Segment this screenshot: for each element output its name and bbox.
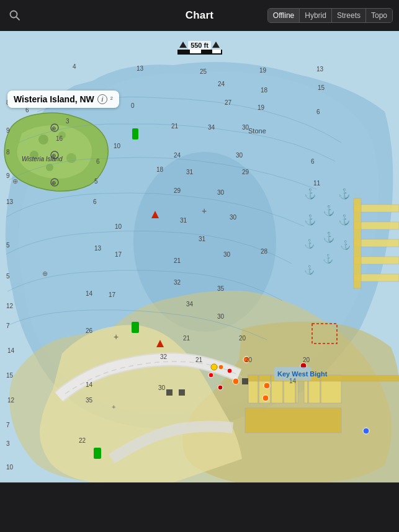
info-icon[interactable]: i [97,94,107,104]
svg-rect-61 [166,389,173,396]
svg-rect-24 [320,375,321,403]
svg-point-48 [243,357,249,363]
svg-point-57 [211,364,217,370]
svg-point-58 [363,428,369,434]
page-title: Chart [186,9,213,22]
search-button[interactable] [9,9,21,22]
svg-rect-17 [245,408,341,433]
svg-point-51 [208,373,213,378]
app-header: Chart OfflineHybridStreetsTopo [0,0,399,31]
svg-rect-20 [270,375,272,403]
map-type-btn-topo[interactable]: Topo [366,9,392,22]
scale-distance: 550 ft [188,41,211,50]
svg-point-5 [58,131,66,139]
svg-point-50 [218,365,223,370]
svg-text:⚓: ⚓ [304,265,315,275]
svg-line-1 [17,17,20,20]
bottom-toolbar [0,482,399,532]
svg-text:Stone: Stone [248,127,266,135]
svg-rect-14 [354,198,361,288]
svg-text:+: + [114,332,119,342]
map-type-btn-streets[interactable]: Streets [332,9,366,22]
scale-bar: 550 ft [177,41,222,55]
svg-text:14: 14 [289,378,297,384]
location-number: ² [110,95,113,104]
svg-text:⚓: ⚓ [323,205,335,216]
svg-text:⊕: ⊕ [42,270,48,277]
svg-marker-72 [179,42,187,48]
svg-text:⚓: ⚓ [304,214,316,226]
svg-point-54 [264,383,270,389]
svg-rect-62 [179,389,185,396]
svg-text:⚓: ⚓ [304,239,315,249]
svg-text:⚓: ⚓ [338,188,351,200]
svg-point-0 [11,11,17,18]
svg-rect-35 [132,128,138,140]
svg-text:Key West Bight: Key West Bight [277,370,328,378]
map-type-btn-hybrid[interactable]: Hybrid [300,9,332,22]
svg-text:⚓: ⚓ [323,254,334,264]
svg-rect-63 [242,378,248,384]
svg-point-4 [38,135,48,144]
svg-text:+: + [202,206,207,216]
svg-text:⊕: ⊕ [12,177,18,185]
svg-text:⚓: ⚓ [338,214,351,226]
map-type-selector[interactable]: OfflineHybridStreetsTopo [267,8,393,23]
svg-text:+: + [112,403,115,410]
svg-text:Wisteria Island: Wisteria Island [22,156,63,162]
svg-text:⚓: ⚓ [323,231,335,243]
svg-rect-19 [258,375,259,403]
svg-rect-59 [132,322,139,333]
svg-point-55 [262,395,269,401]
location-label: Wisteria Island, NW i ² [7,91,119,108]
svg-marker-73 [212,42,220,48]
svg-point-49 [227,368,232,373]
svg-text:⚓: ⚓ [304,188,316,200]
svg-text:⊕: ⊕ [52,180,56,186]
map-type-btn-offline[interactable]: Offline [268,9,300,22]
svg-rect-60 [94,448,101,459]
svg-point-53 [218,385,223,390]
location-text: Wisteria Island, NW [14,94,94,104]
svg-point-7 [66,153,76,163]
svg-point-52 [233,378,239,384]
svg-text:⚓: ⚓ [340,240,351,250]
map-view[interactable]: ⚓ ⚓ ⚓ ⚓ ⚓ ⚓ ⚓ ⚓ ⚓ ⚓ ⊕ ⊕ ⊕ ⊕ ⊕ + [0,31,399,482]
